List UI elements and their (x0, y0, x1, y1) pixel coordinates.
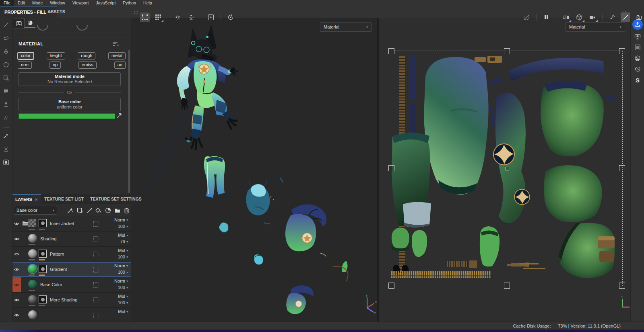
uniform-color-indicator[interactable] (93, 221, 99, 227)
3d-viewport[interactable]: Material ▾ Y X Z (131, 18, 377, 322)
visibility-eye-icon[interactable] (12, 308, 21, 322)
layer-thumbnail[interactable] (28, 280, 37, 289)
camera-view-icon[interactable]: ◢ (588, 12, 597, 22)
base-color-mode-button[interactable]: Base color uniform color (19, 98, 121, 111)
tab-layers[interactable]: LAYERS ✕ (12, 194, 41, 204)
opacity-dropdown[interactable]: 100▾ (104, 224, 128, 229)
filter-menu-icon[interactable] (112, 41, 119, 47)
layer-name[interactable]: Pattern (50, 247, 64, 262)
uv-reproject-icon[interactable] (3, 158, 9, 166)
paint-tool-icon[interactable] (3, 21, 9, 29)
geometry-mask-tool-icon[interactable] (3, 132, 9, 140)
selection-handle-s[interactable] (504, 283, 510, 289)
layer-thumbnail[interactable] (28, 310, 37, 319)
layer-name[interactable]: Inner Jacket (50, 216, 74, 231)
mirror-horizontal-icon[interactable] (173, 12, 183, 22)
layer-name[interactable]: Base Color (40, 277, 62, 292)
properties-scrollbar[interactable] (128, 50, 130, 193)
history-icon[interactable] (632, 64, 643, 74)
layer-name[interactable]: More Shading (50, 293, 78, 307)
layer-row-more-shading[interactable]: More Shading Mul▾ 100▾ (12, 293, 131, 308)
shader-settings-icon[interactable] (632, 53, 643, 64)
layer-thumbnail[interactable] (28, 249, 37, 258)
tab-texture-set-settings[interactable]: TEXTURE SET SETTINGS (87, 194, 145, 204)
uniform-color-indicator[interactable] (93, 313, 99, 318)
selection-handle-sw[interactable] (388, 283, 394, 289)
smudge-tool-icon[interactable] (3, 74, 9, 82)
clone-tool-icon[interactable] (3, 87, 9, 95)
layer-mask-thumbnail[interactable] (39, 295, 47, 303)
channel-ao-button[interactable]: ao (114, 61, 126, 69)
opacity-dropdown[interactable]: 100▾ (104, 254, 128, 259)
folder-open-icon[interactable] (22, 221, 29, 226)
selection-handle-n[interactable] (504, 48, 510, 54)
uniform-color-indicator[interactable] (93, 236, 99, 242)
visibility-eye-icon[interactable] (12, 232, 21, 246)
menu-item-mode[interactable]: Mode (29, 0, 46, 6)
3d-view-cube-icon[interactable]: ◢ (574, 12, 584, 22)
channel-rough-button[interactable]: rough (78, 52, 95, 59)
layer-thumbnail[interactable] (28, 234, 37, 243)
frame-view-icon[interactable] (206, 12, 216, 22)
base-color-swatch[interactable] (19, 113, 115, 119)
rail-grip[interactable] (3, 127, 9, 129)
menu-item-viewport[interactable]: Viewport (69, 0, 93, 6)
add-effect-icon[interactable] (67, 207, 74, 214)
polygon-fill-tool-icon[interactable] (3, 61, 9, 69)
uniform-color-indicator[interactable] (93, 252, 99, 257)
texture-set-list-icon[interactable] (632, 42, 643, 53)
tab-texture-set-list[interactable]: TEXTURE SET LIST (41, 194, 87, 204)
selection-handle-center[interactable] (506, 167, 509, 170)
eraser-tool-icon[interactable] (3, 34, 9, 42)
add-folder-icon[interactable] (114, 207, 121, 214)
menu-item-python[interactable]: Python (119, 0, 140, 6)
selection-handle-w[interactable] (388, 165, 394, 171)
particle-brush-icon[interactable] (607, 12, 617, 22)
channel-emiss-button[interactable]: emiss (78, 61, 97, 69)
visibility-eye-icon[interactable] (12, 216, 21, 231)
screenshot-camera-icon[interactable] (634, 12, 644, 22)
substance-logo[interactable]: S (632, 75, 643, 85)
opacity-dropdown[interactable]: 100▾ (104, 285, 128, 290)
layer-mask-thumbnail[interactable] (39, 250, 47, 258)
layer-thumbnail[interactable] (28, 264, 37, 273)
menu-item-help[interactable]: Help (140, 0, 156, 6)
uniform-color-indicator[interactable] (93, 282, 99, 288)
particles-tool-icon[interactable] (3, 114, 9, 122)
opacity-dropdown[interactable]: 100▾ (104, 270, 128, 275)
2d-shader-mode-dropdown[interactable]: Material ▾ (566, 22, 625, 32)
projection-tool-icon[interactable] (3, 47, 9, 55)
layer-row-base-color[interactable]: Base Color Norm▾ 100▾ (12, 277, 131, 293)
pause-engine-icon[interactable] (541, 12, 551, 22)
hide-selection-icon[interactable] (522, 12, 531, 22)
paint-tool-icon[interactable] (621, 12, 630, 22)
smart-material-icon[interactable] (105, 207, 111, 214)
visibility-eye-icon-isolated[interactable] (12, 277, 21, 292)
layer-mask-thumbnail[interactable] (39, 265, 47, 273)
menu-item-window[interactable]: Window (46, 0, 68, 6)
channel-metal-button[interactable]: metal (108, 52, 126, 59)
toolbar-grip[interactable] (623, 11, 627, 14)
opacity-dropdown[interactable]: 100▾ (104, 300, 128, 305)
add-paint-layer-icon[interactable] (86, 207, 93, 214)
blend-mode-dropdown[interactable]: Mul▾ (104, 248, 128, 253)
layer-name[interactable]: Shading (40, 232, 56, 246)
menu-item-javascript[interactable]: JavaScript (92, 0, 119, 6)
visibility-eye-icon[interactable] (12, 262, 21, 277)
tab-assets[interactable]: ASSETS (43, 6, 70, 18)
hourglass-icon[interactable] (3, 145, 9, 153)
material-picker-tool-icon[interactable] (3, 100, 9, 109)
blend-mode-dropdown[interactable]: Norm▾ (104, 217, 128, 222)
uniform-color-indicator[interactable] (93, 267, 99, 273)
add-mask-icon[interactable] (76, 207, 83, 214)
selection-handle-nw[interactable] (388, 48, 394, 54)
mirror-vertical-icon[interactable] (186, 12, 196, 22)
visibility-eye-icon[interactable] (12, 293, 21, 307)
layer-row-shading[interactable]: Shading Mul▾ 79▾ (12, 232, 131, 247)
marquee-select-icon[interactable] (140, 12, 150, 22)
layer-row-gradient[interactable]: Gradient Norm▾ 100▾ (12, 262, 131, 277)
selection-handle-ne[interactable] (619, 48, 625, 54)
2d-uv-viewport[interactable]: Material ▾ V u (377, 18, 630, 322)
menu-item-file[interactable]: File (0, 0, 14, 6)
selection-handle-e[interactable] (619, 165, 625, 171)
